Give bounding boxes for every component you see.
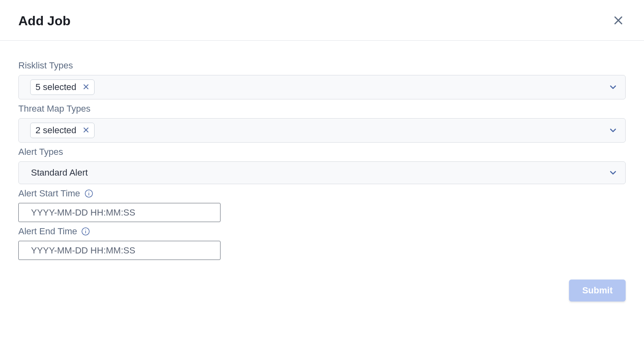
alert-types-field: Alert Types Standard Alert — [18, 147, 626, 184]
close-icon — [613, 15, 624, 27]
dialog-title: Add Job — [18, 13, 71, 29]
info-icon[interactable] — [81, 227, 90, 236]
clear-icon — [83, 127, 89, 134]
close-button[interactable] — [611, 13, 626, 29]
alert-start-time-label-text: Alert Start Time — [18, 188, 80, 199]
threat-map-types-chip-clear[interactable] — [83, 127, 89, 134]
alert-start-time-label: Alert Start Time — [18, 188, 626, 199]
threat-map-types-chip-text: 2 selected — [35, 125, 76, 136]
alert-end-time-label: Alert End Time — [18, 226, 626, 237]
alert-end-time-field: Alert End Time — [18, 226, 626, 264]
footer-actions: Submit — [0, 264, 644, 302]
svg-point-8 — [88, 192, 89, 192]
form-body: Risklist Types 5 selected — [0, 41, 644, 264]
risklist-types-chip: 5 selected — [30, 79, 95, 95]
chevron-down-icon — [609, 169, 617, 177]
risklist-types-field: Risklist Types 5 selected — [18, 60, 626, 99]
risklist-types-select[interactable]: 5 selected — [18, 75, 626, 99]
threat-map-types-label: Threat Map Types — [18, 103, 626, 114]
risklist-types-chip-text: 5 selected — [35, 82, 76, 92]
risklist-types-label: Risklist Types — [18, 60, 626, 71]
submit-button[interactable]: Submit — [569, 280, 626, 302]
chevron-down-icon — [609, 83, 617, 91]
dialog-header: Add Job — [0, 0, 644, 41]
threat-map-types-chip: 2 selected — [30, 123, 95, 138]
risklist-types-chip-clear[interactable] — [83, 84, 89, 91]
alert-start-time-field: Alert Start Time — [18, 188, 626, 226]
alert-end-time-input[interactable] — [18, 241, 221, 260]
alert-types-label: Alert Types — [18, 147, 626, 157]
alert-end-time-label-text: Alert End Time — [18, 226, 77, 237]
threat-map-types-field: Threat Map Types 2 selected — [18, 103, 626, 143]
alert-types-select[interactable]: Standard Alert — [18, 161, 626, 184]
info-icon[interactable] — [84, 189, 93, 198]
alert-start-time-input[interactable] — [18, 203, 221, 222]
alert-types-value: Standard Alert — [31, 167, 88, 178]
clear-icon — [83, 84, 89, 91]
threat-map-types-select[interactable]: 2 selected — [18, 118, 626, 143]
svg-point-11 — [85, 229, 86, 230]
chevron-down-icon — [609, 126, 617, 134]
